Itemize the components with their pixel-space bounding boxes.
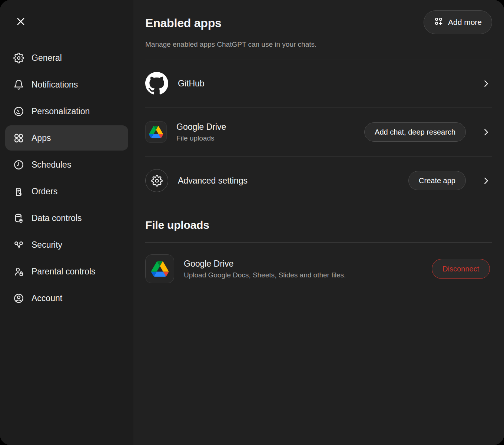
person-circle-icon <box>13 293 24 304</box>
receipt-icon <box>13 186 24 197</box>
bell-icon <box>13 79 24 90</box>
keys-icon <box>13 240 24 250</box>
sidebar-item-notifications[interactable]: Notifications <box>5 72 128 97</box>
sidebar-item-label: Security <box>32 240 62 250</box>
add-more-button[interactable]: Add more <box>424 10 492 34</box>
sidebar-item-personalization[interactable]: Personalization <box>5 99 128 124</box>
apps-grid-icon <box>13 133 24 144</box>
sidebar-item-label: Schedules <box>32 160 71 170</box>
apps-plus-icon <box>434 17 443 28</box>
close-icon <box>15 16 26 29</box>
dial-icon <box>13 106 24 117</box>
sidebar-item-label: Data controls <box>32 213 82 223</box>
close-button[interactable] <box>14 16 27 29</box>
row-text: Google Drive File uploads <box>176 122 226 142</box>
database-gear-icon <box>13 213 24 224</box>
page-title: Enabled apps <box>145 16 222 30</box>
app-row-google-drive[interactable]: Google Drive File uploads Add chat, deep… <box>145 108 492 156</box>
github-logo-icon <box>145 72 168 95</box>
sidebar-item-label: General <box>32 53 62 63</box>
chevron-right-icon[interactable] <box>481 79 491 88</box>
create-app-button[interactable]: Create app <box>408 171 466 190</box>
app-name: GitHub <box>178 79 205 89</box>
sidebar-item-label: Parental controls <box>32 267 96 277</box>
person-lock-icon <box>13 266 24 277</box>
app-name: Google Drive <box>176 122 226 132</box>
row-text: GitHub <box>178 79 205 89</box>
app-row-advanced-settings[interactable]: Advanced settings Create app <box>145 156 492 205</box>
file-uploads-heading: File uploads <box>145 219 492 231</box>
chevron-right-icon[interactable] <box>481 176 491 185</box>
upload-row-google-drive: Google Drive Upload Google Docs, Sheets,… <box>145 243 492 295</box>
gear-icon <box>13 53 24 63</box>
row-actions: Disconnect <box>432 259 492 279</box>
google-drive-icon <box>145 121 167 143</box>
app-subtitle: File uploads <box>176 134 226 142</box>
clock-icon <box>13 159 24 170</box>
settings-sidebar: General Notifications Personalization Ap… <box>0 0 133 445</box>
sidebar-item-label: Notifications <box>32 80 78 90</box>
add-more-label: Add more <box>448 18 482 27</box>
app-name: Google Drive <box>184 259 346 269</box>
sidebar-item-data-controls[interactable]: Data controls <box>5 205 128 231</box>
sidebar-item-security[interactable]: Security <box>5 232 128 257</box>
sidebar-item-label: Orders <box>32 187 57 197</box>
sidebar-item-general[interactable]: General <box>5 45 128 70</box>
app-row-github[interactable]: GitHub <box>145 59 492 108</box>
chevron-right-icon[interactable] <box>481 128 491 137</box>
gear-icon <box>145 169 168 192</box>
apps-settings-panel: Enabled apps Add more Manage enabled app… <box>133 0 504 445</box>
sidebar-item-account[interactable]: Account <box>5 286 128 311</box>
app-name: Advanced settings <box>178 176 248 186</box>
row-actions: Create app <box>408 171 492 190</box>
sidebar-item-schedules[interactable]: Schedules <box>5 152 128 177</box>
sidebar-item-label: Apps <box>32 133 51 143</box>
google-drive-icon <box>145 254 174 283</box>
row-text: Advanced settings <box>178 176 248 186</box>
row-text: Google Drive Upload Google Docs, Sheets,… <box>184 259 346 279</box>
sidebar-item-label: Personalization <box>32 106 90 116</box>
settings-dialog: General Notifications Personalization Ap… <box>0 0 504 445</box>
sidebar-item-label: Account <box>32 293 62 303</box>
sidebar-item-orders[interactable]: Orders <box>5 179 128 204</box>
row-actions <box>481 79 492 88</box>
add-chat-deep-research-button[interactable]: Add chat, deep research <box>364 122 466 142</box>
disconnect-button[interactable]: Disconnect <box>432 259 490 279</box>
panel-header: Enabled apps Add more <box>145 0 492 34</box>
page-subtitle: Manage enabled apps ChatGPT can use in y… <box>145 40 492 49</box>
row-actions: Add chat, deep research <box>364 122 492 142</box>
app-subtitle: Upload Google Docs, Sheets, Slides and o… <box>184 271 346 279</box>
sidebar-nav: General Notifications Personalization Ap… <box>5 45 128 311</box>
sidebar-item-apps[interactable]: Apps <box>5 125 128 151</box>
sidebar-item-parental-controls[interactable]: Parental controls <box>5 259 128 284</box>
